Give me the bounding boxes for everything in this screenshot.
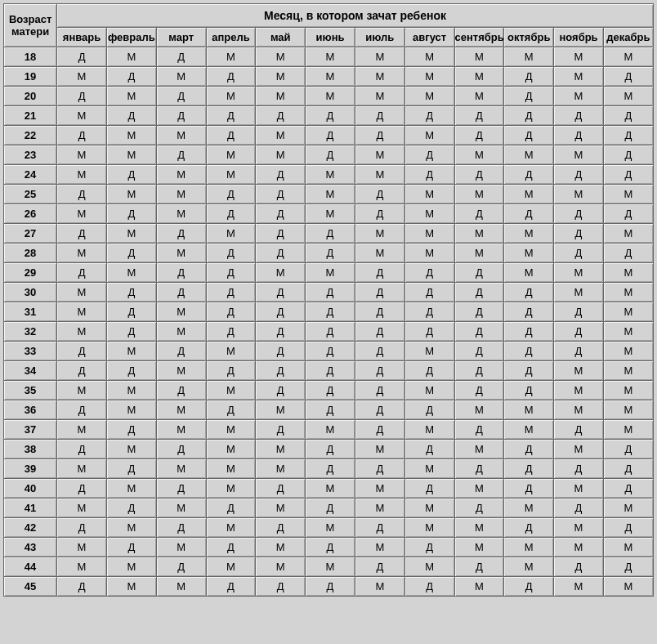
- data-cell: Д: [454, 499, 504, 518]
- age-value: 25: [25, 188, 36, 200]
- data-cell: М: [256, 126, 306, 145]
- data-value: Д: [376, 561, 383, 573]
- data-cell: Д: [603, 204, 653, 224]
- data-value: Д: [476, 463, 483, 475]
- data-value: Д: [177, 521, 185, 534]
- data-cell: Д: [603, 459, 653, 479]
- data-value: Д: [78, 345, 86, 357]
- data-value: М: [475, 482, 484, 494]
- data-cell: М: [554, 577, 604, 597]
- data-cell: Д: [554, 165, 604, 185]
- data-cell: Д: [306, 361, 355, 381]
- data-value: Д: [277, 423, 284, 436]
- age-cell: 22: [4, 126, 57, 145]
- title-text: Месяц, в котором зачат ребенок: [264, 9, 446, 22]
- data-value: М: [326, 70, 335, 83]
- data-cell: М: [57, 322, 107, 342]
- data-cell: Д: [554, 302, 604, 322]
- data-cell: Д: [57, 518, 107, 538]
- data-value: Д: [476, 345, 483, 357]
- data-cell: Д: [306, 342, 355, 361]
- data-value: М: [177, 404, 185, 416]
- data-value: М: [276, 541, 285, 553]
- data-value: Д: [476, 561, 483, 573]
- data-value: М: [326, 208, 335, 220]
- data-cell: Д: [454, 165, 504, 185]
- data-cell: Д: [206, 538, 256, 557]
- data-cell: М: [603, 538, 653, 557]
- data-value: Д: [127, 286, 135, 298]
- data-cell: Д: [355, 557, 404, 577]
- data-cell: М: [306, 67, 355, 87]
- data-value: Д: [227, 404, 235, 416]
- data-value: Д: [575, 129, 583, 141]
- data-value: М: [574, 521, 583, 534]
- data-cell: Д: [603, 557, 653, 577]
- data-cell: М: [106, 47, 156, 67]
- data-cell: Д: [106, 499, 156, 518]
- data-cell: М: [156, 538, 206, 557]
- data-cell: Д: [206, 244, 256, 263]
- data-value: Д: [575, 168, 583, 181]
- data-cell: Д: [106, 361, 156, 381]
- data-value: М: [425, 129, 434, 141]
- data-cell: Д: [355, 106, 404, 126]
- data-cell: М: [603, 400, 653, 420]
- data-value: Д: [327, 443, 334, 455]
- data-cell: М: [554, 538, 604, 557]
- data-value: Д: [327, 306, 334, 318]
- age-cell: 44: [4, 557, 57, 577]
- age-value: 19: [25, 70, 36, 83]
- data-value: М: [177, 463, 185, 475]
- data-value: М: [375, 70, 384, 83]
- data-value: М: [475, 580, 484, 593]
- age-value: 41: [25, 502, 36, 514]
- data-value: М: [624, 90, 633, 102]
- data-value: Д: [575, 110, 583, 122]
- data-cell: Д: [554, 557, 604, 577]
- data-value: М: [226, 384, 235, 396]
- data-value: Д: [525, 482, 533, 494]
- data-value: М: [574, 482, 583, 494]
- data-value: Д: [227, 286, 235, 298]
- data-cell: М: [504, 47, 554, 67]
- data-cell: Д: [156, 263, 206, 283]
- data-cell: М: [206, 381, 256, 400]
- data-cell: Д: [504, 479, 554, 499]
- data-cell: Д: [306, 224, 355, 244]
- data-value: Д: [625, 443, 632, 455]
- data-cell: М: [156, 459, 206, 479]
- data-value: М: [475, 90, 484, 102]
- data-cell: Д: [404, 165, 454, 185]
- data-cell: Д: [355, 381, 404, 400]
- data-cell: Д: [206, 106, 256, 126]
- data-value: М: [425, 561, 434, 573]
- data-value: М: [177, 168, 185, 181]
- data-value: Д: [127, 325, 135, 338]
- data-value: Д: [78, 482, 86, 494]
- data-cell: Д: [404, 283, 454, 302]
- data-cell: М: [404, 224, 454, 244]
- data-cell: Д: [355, 126, 404, 145]
- data-cell: Д: [603, 518, 653, 538]
- data-value: Д: [78, 188, 86, 200]
- data-cell: Д: [554, 204, 604, 224]
- month-header-label: октябрь: [507, 31, 550, 43]
- data-value: Д: [227, 364, 235, 377]
- data-value: М: [326, 188, 335, 200]
- data-cell: М: [156, 577, 206, 597]
- data-cell: М: [57, 204, 107, 224]
- data-value: Д: [525, 521, 533, 534]
- data-cell: Д: [554, 244, 604, 263]
- data-value: Д: [78, 90, 86, 102]
- data-cell: Д: [206, 361, 256, 381]
- data-value: М: [177, 188, 185, 200]
- data-value: Д: [277, 168, 284, 181]
- data-cell: Д: [454, 557, 504, 577]
- data-value: М: [226, 463, 235, 475]
- month-header: июль: [355, 28, 404, 47]
- age-value: 27: [25, 227, 36, 239]
- data-value: Д: [177, 90, 185, 102]
- data-value: М: [326, 561, 335, 573]
- data-cell: М: [554, 87, 604, 106]
